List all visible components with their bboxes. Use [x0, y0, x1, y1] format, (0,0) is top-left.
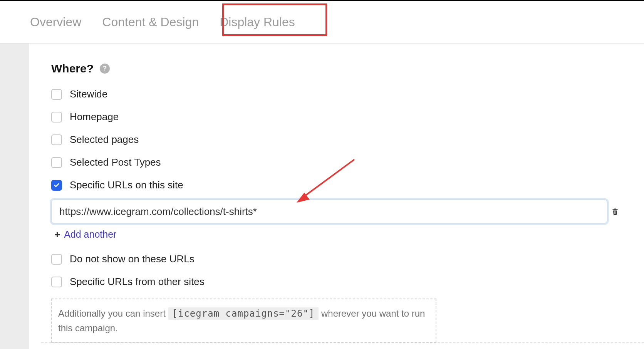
- label-selected-post-types: Selected Post Types: [70, 156, 161, 168]
- shortcode-hint: Additionally you can insert [icegram cam…: [51, 299, 436, 343]
- add-another-label: Add another: [64, 229, 116, 240]
- tab-bar: Overview Content & Design Display Rules: [0, 1, 644, 44]
- checkbox-other-sites[interactable]: [51, 277, 62, 287]
- checkbox-selected-pages[interactable]: [51, 134, 62, 145]
- tab-display-rules[interactable]: Display Rules: [218, 13, 297, 32]
- tab-overview[interactable]: Overview: [29, 13, 83, 32]
- checkbox-specific-urls[interactable]: [51, 180, 62, 191]
- label-homepage: Homepage: [70, 111, 119, 123]
- label-sitewide: Sitewide: [70, 88, 107, 100]
- shortcode-chip: [icegram campaigns="26"]: [168, 307, 319, 320]
- help-icon[interactable]: ?: [100, 64, 110, 74]
- section-title: Where?: [51, 62, 94, 75]
- add-another-button[interactable]: + Add another: [54, 229, 634, 240]
- url-input[interactable]: [51, 200, 607, 223]
- label-do-not-show: Do not show on these URLs: [70, 253, 195, 265]
- plus-icon: +: [54, 230, 60, 240]
- section-divider: [41, 342, 644, 343]
- tab-content-design[interactable]: Content & Design: [101, 13, 200, 32]
- checkbox-homepage[interactable]: [51, 112, 62, 122]
- left-gutter: [0, 44, 29, 349]
- hint-prefix: Additionally you can insert: [58, 308, 168, 319]
- delete-url-button[interactable]: [610, 206, 620, 217]
- checkbox-sitewide[interactable]: [51, 89, 62, 100]
- label-selected-pages: Selected pages: [70, 134, 139, 146]
- checkbox-selected-post-types[interactable]: [51, 157, 62, 168]
- trash-icon: [611, 207, 619, 216]
- label-specific-urls: Specific URLs on this site: [70, 179, 183, 191]
- display-rules-panel: Where? ? Sitewide Homepage Selected page…: [29, 44, 644, 349]
- checkbox-do-not-show[interactable]: [51, 254, 62, 265]
- label-other-sites: Specific URLs from other sites: [70, 276, 205, 288]
